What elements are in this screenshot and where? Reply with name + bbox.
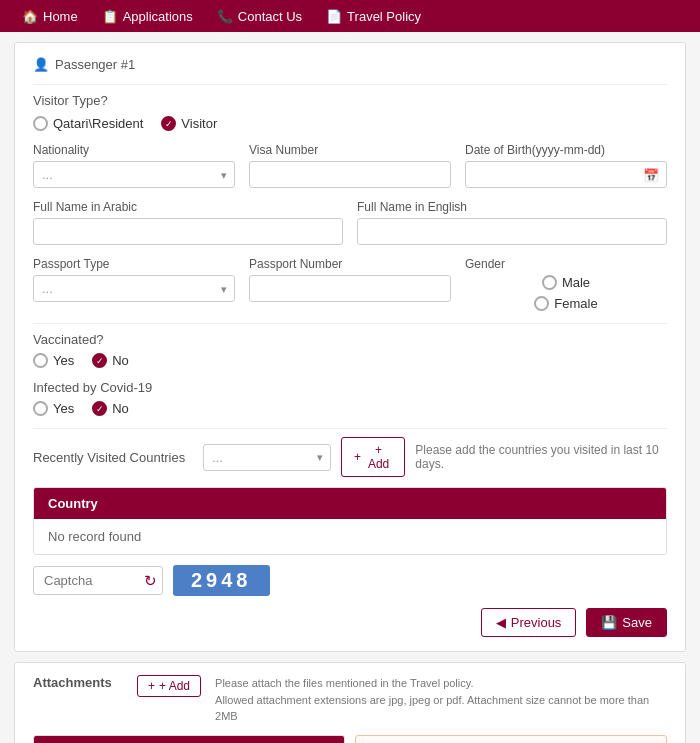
filename-col-header: File Name [34, 736, 162, 744]
radio-vac-no[interactable]: No [92, 353, 129, 368]
country-action-header [350, 488, 666, 519]
nav-home[interactable]: 🏠 Home [10, 9, 90, 24]
row-nationality-visa-dob: Nationality ... Visa Number Date of Birt… [33, 143, 667, 188]
attachments-info-text: Please attach the files mentioned in the… [215, 675, 667, 725]
radio-circle-visitor [161, 116, 176, 131]
attach-info-box-section: Passport: For visitors please attach a c… [355, 735, 667, 744]
passport-number-label: Passport Number [249, 257, 451, 271]
infected-label: Infected by Covid-19 [33, 380, 667, 395]
group-visa: Visa Number [249, 143, 451, 188]
attach-table-header: File Name Type [34, 736, 344, 744]
bottom-layout: File Name Type No record found Passport:… [33, 735, 667, 744]
radio-vac-yes[interactable]: Yes [33, 353, 74, 368]
radio-qatari[interactable]: Qatari\Resident [33, 116, 143, 131]
visa-number-label: Visa Number [249, 143, 451, 157]
recently-visited-hint: Please add the countries you visited in … [415, 443, 667, 471]
radio-circle-female [534, 296, 549, 311]
dob-label: Date of Birth(yyyy-mm-dd) [465, 143, 667, 157]
attachments-card: Attachments + + Add Please attach the fi… [14, 662, 686, 743]
infected-section: Infected by Covid-19 Yes No [33, 380, 667, 416]
doc-icon: 📄 [326, 9, 342, 24]
vaccinated-label: Vaccinated? [33, 332, 667, 347]
captcha-box: 2948 [173, 565, 270, 596]
passenger-icon: 👤 [33, 57, 49, 72]
radio-circle-inf-yes [33, 401, 48, 416]
add-label: + Add [365, 443, 392, 471]
attach-info-box: Passport: For visitors please attach a c… [355, 735, 667, 744]
phone-icon: 📞 [217, 9, 233, 24]
recently-visited-label: Recently Visited Countries [33, 450, 193, 465]
attachments-header: Attachments + + Add Please attach the fi… [33, 675, 667, 725]
plus-icon: + [354, 450, 361, 464]
recently-visited-select[interactable]: ... [203, 444, 331, 471]
gender-group: Male Female [465, 275, 667, 311]
attachments-add-button[interactable]: + + Add [137, 675, 201, 697]
previous-button[interactable]: ◀ Previous [481, 608, 577, 637]
vaccinated-section: Vaccinated? Yes No [33, 332, 667, 368]
nav-bar: 🏠 Home 📋 Applications 📞 Contact Us 📄 Tra… [0, 0, 700, 32]
nationality-select[interactable]: ... [33, 161, 235, 188]
attach-plus-icon: + [148, 679, 155, 693]
name-arabic-label: Full Name in Arabic [33, 200, 343, 214]
radio-female[interactable]: Female [534, 296, 597, 311]
country-table-body: No record found [34, 519, 666, 554]
form-buttons: ◀ Previous 💾 Save [33, 608, 667, 637]
group-dob: Date of Birth(yyyy-mm-dd) 📅 [465, 143, 667, 188]
group-gender: Gender Male Female [465, 257, 667, 311]
name-arabic-input[interactable] [33, 218, 343, 245]
applications-icon: 📋 [102, 9, 118, 24]
group-passport-number: Passport Number [249, 257, 451, 311]
refresh-icon[interactable]: ↻ [144, 572, 157, 590]
captcha-row: ↻ 2948 [33, 565, 667, 596]
nationality-label: Nationality [33, 143, 235, 157]
group-nationality: Nationality ... [33, 143, 235, 188]
vaccinated-group: Yes No [33, 353, 667, 368]
row-names: Full Name in Arabic Full Name in English [33, 200, 667, 245]
passport-type-label: Passport Type [33, 257, 235, 271]
nav-applications[interactable]: 📋 Applications [90, 9, 205, 24]
nav-contact-us[interactable]: 📞 Contact Us [205, 9, 314, 24]
radio-circle-vac-no [92, 353, 107, 368]
calendar-icon[interactable]: 📅 [643, 167, 659, 182]
radio-circle-male [542, 275, 557, 290]
visitor-type-label: Visitor Type? [33, 93, 667, 108]
country-no-record: No record found [34, 519, 666, 554]
passport-number-input[interactable] [249, 275, 451, 302]
radio-inf-no[interactable]: No [92, 401, 129, 416]
home-icon: 🏠 [22, 9, 38, 24]
radio-circle-inf-no [92, 401, 107, 416]
save-label: Save [622, 615, 652, 630]
group-name-english: Full Name in English [357, 200, 667, 245]
radio-visitor[interactable]: Visitor [161, 116, 217, 131]
prev-icon: ◀ [496, 615, 506, 630]
save-icon: 💾 [601, 615, 617, 630]
name-english-label: Full Name in English [357, 200, 667, 214]
name-english-input[interactable] [357, 218, 667, 245]
country-table: Country No record found [33, 487, 667, 555]
radio-inf-yes[interactable]: Yes [33, 401, 74, 416]
passport-type-select[interactable]: ... [33, 275, 235, 302]
passenger-title: Passenger #1 [55, 57, 135, 72]
nationality-select-wrap: ... [33, 161, 235, 188]
row-passport-gender: Passport Type ... Passport Number Gender… [33, 257, 667, 311]
dob-input[interactable] [465, 161, 667, 188]
gender-label: Gender [465, 257, 667, 271]
captcha-input-wrap: ↻ [33, 566, 163, 595]
radio-circle-vac-yes [33, 353, 48, 368]
prev-label: Previous [511, 615, 562, 630]
attachments-title: Attachments [33, 675, 123, 690]
passport-type-select-wrap: ... [33, 275, 235, 302]
add-country-button[interactable]: + + Add [341, 437, 405, 477]
recently-visited-select-wrap: ... [203, 444, 331, 471]
group-name-arabic: Full Name in Arabic [33, 200, 343, 245]
passenger-card: 👤 Passenger #1 Visitor Type? Qatari\Resi… [14, 42, 686, 652]
attach-table: File Name Type No record found [33, 735, 345, 744]
save-button[interactable]: 💾 Save [586, 608, 667, 637]
attach-table-section: File Name Type No record found [33, 735, 345, 744]
radio-circle-qatari [33, 116, 48, 131]
country-table-header: Country [34, 488, 666, 519]
radio-male[interactable]: Male [542, 275, 590, 290]
country-col-header: Country [34, 488, 350, 519]
nav-travel-policy[interactable]: 📄 Travel Policy [314, 9, 433, 24]
visa-number-input[interactable] [249, 161, 451, 188]
